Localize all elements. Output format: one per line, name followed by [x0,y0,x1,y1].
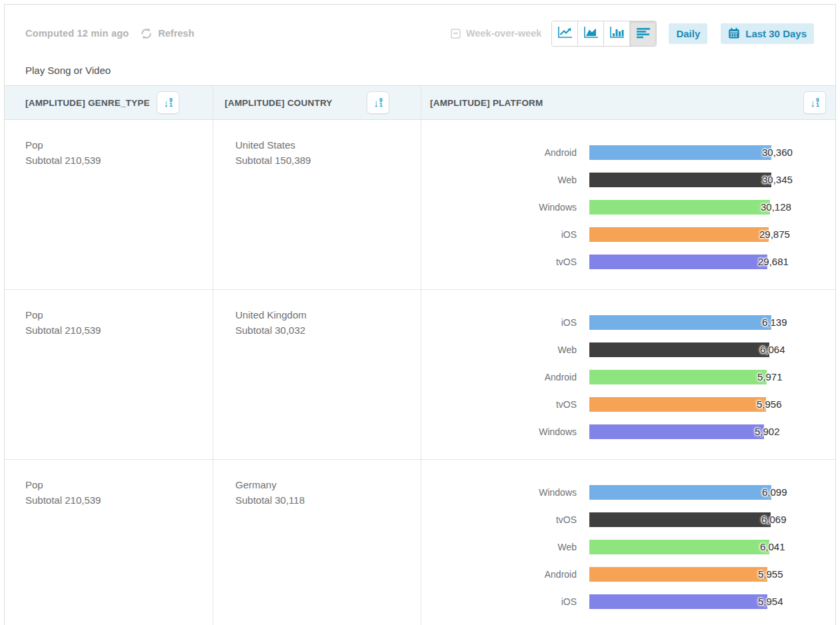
platform-label: Android [421,569,577,580]
platform-label: Web [421,542,577,552]
refresh-button[interactable]: Refresh [139,27,194,41]
platform-bar[interactable] [589,315,771,330]
genre-name: Pop [25,137,206,153]
week-over-week-control: Week-over-week [451,28,541,39]
bar-value: 5,971 [757,370,783,384]
bar-value: 30,345 [762,173,793,187]
platform-label: Windows [421,487,577,498]
bar-row: Web6,041 [421,533,835,560]
platform-label: iOS [421,596,577,607]
platform-label: Android [421,372,577,382]
column-chart-icon [609,26,625,41]
week-over-week-label: Week-over-week [466,28,541,39]
platform-bar[interactable] [589,255,767,269]
platform-bar[interactable] [589,424,764,439]
sort-button-genre-type[interactable]: ↓ 9 1 [157,91,179,114]
refresh-label: Refresh [158,28,194,39]
table-body: Pop Subtotal 210,539 United States Subto… [5,120,835,625]
bar-value: 5,902 [755,424,780,439]
bar-value: 30,360 [762,145,793,160]
date-range-button[interactable]: Last 30 Days [721,23,814,44]
bar-track: 30,345 [589,173,835,187]
bar-track: 30,128 [589,200,835,215]
bar-track: 5,954 [589,594,835,609]
sort-digit-bottom: 1 [816,103,819,108]
platform-bar[interactable] [589,512,771,527]
daily-label: Daily [676,28,700,39]
sort-button-platform[interactable]: ↓ 9 1 [803,91,826,114]
country-subtotal: Subtotal 150,389 [235,153,414,168]
platform-bar[interactable] [589,594,767,609]
bar-track: 6,099 [589,485,835,500]
genre-cell: Pop Subtotal 210,539 [5,460,213,625]
bar-row: Android5,971 [421,363,835,390]
sort-desc-icon: ↓ 9 1 [163,98,172,108]
country-name: United Kingdom [235,307,414,322]
header-platform: [AMPLITUDE] PLATFORM ↓ 9 1 [421,86,835,119]
header-genre-type: [AMPLITUDE] GENRE_TYPE ↓ 9 1 [5,86,213,119]
country-cell: United States Subtotal 150,389 [213,120,421,289]
bar-value: 6,139 [762,315,787,330]
bar-track: 6,041 [589,540,835,554]
bar-value: 5,955 [758,567,783,582]
country-cell: United Kingdom Subtotal 30,032 [213,290,421,459]
platform-label: iOS [421,229,577,240]
platform-label: tvOS [421,257,577,267]
sort-desc-icon: ↓ 9 1 [373,98,382,108]
interval-daily-button[interactable]: Daily [669,23,707,44]
week-over-week-checkbox[interactable] [451,29,461,39]
bar-value: 6,064 [760,342,785,357]
platform-bar[interactable] [589,540,769,554]
platform-bar-chart: iOS6,139Web6,064Android5,971tvOS5,956Win… [421,290,835,459]
bar-row: Web30,345 [421,166,835,193]
platform-label: tvOS [421,514,577,525]
line-chart-button[interactable] [552,21,578,46]
platform-bar[interactable] [589,485,771,500]
sort-arrow-glyph: ↓ [163,98,169,108]
bar-value: 30,128 [761,200,791,215]
sort-digit-bottom: 1 [379,103,383,108]
platform-label: Android [421,147,577,158]
bar-row: Windows6,099 [421,478,835,506]
header-country: [AMPLITUDE] COUNTRY ↓ 9 1 [213,86,421,119]
platform-bar[interactable] [589,200,770,215]
bar-row: Web6,064 [421,336,835,363]
bar-row: tvOS6,069 [421,506,835,533]
bar-row: tvOS5,956 [421,390,835,418]
computed-timestamp: Computed 12 min ago [25,28,129,39]
bar-track: 29,875 [589,227,835,242]
table-row: Pop Subtotal 210,539 United States Subto… [5,120,835,290]
platform-bar[interactable] [589,173,771,187]
country-name: Germany [235,477,414,492]
platform-bar[interactable] [589,145,771,160]
genre-subtotal: Subtotal 210,539 [25,322,206,338]
sort-desc-icon: ↓ 9 1 [810,98,819,108]
platform-label: tvOS [421,399,577,410]
platform-bar[interactable] [589,370,767,384]
column-chart-button[interactable] [604,21,630,46]
platform-label: Windows [421,202,577,213]
line-chart-icon [557,26,573,41]
platform-bar[interactable] [589,342,769,357]
sort-arrow-glyph: ↓ [373,98,379,108]
bar-value: 29,875 [759,227,790,242]
bar-track: 30,360 [589,145,835,160]
bar-track: 29,681 [589,255,835,269]
platform-bar[interactable] [589,567,767,582]
bar-row: Windows30,128 [421,193,835,221]
bar-value: 6,041 [760,540,785,554]
table-row: Pop Subtotal 210,539 Germany Subtotal 30… [5,460,835,625]
bar-row: iOS29,875 [421,221,835,248]
platform-bar[interactable] [589,397,766,412]
area-chart-button[interactable] [578,21,604,46]
platform-bar[interactable] [589,227,769,242]
table-header: [AMPLITUDE] GENRE_TYPE ↓ 9 1 [AMPLITUDE]… [5,85,835,120]
horizontal-bar-chart-button[interactable] [630,21,656,46]
platform-label: iOS [421,317,577,328]
bar-track: 5,902 [589,424,835,439]
country-name: United States [235,137,414,153]
sort-button-country[interactable]: ↓ 9 1 [367,91,389,114]
bar-track: 6,064 [589,342,835,357]
bar-value: 6,099 [762,485,787,500]
bar-track: 5,971 [589,370,835,384]
